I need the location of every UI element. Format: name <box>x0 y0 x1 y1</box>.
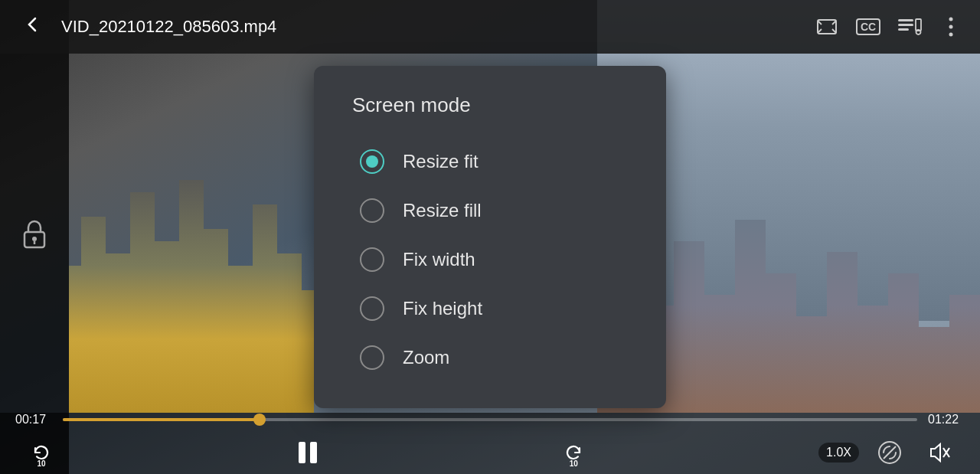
modal-options: Resize fit Resize fill Fix width Fix hei… <box>352 139 620 381</box>
label-fix-width: Fix width <box>403 249 475 270</box>
radio-fix-width <box>360 247 384 272</box>
option-resize-fit[interactable]: Resize fit <box>352 139 620 185</box>
option-resize-fill[interactable]: Resize fill <box>352 188 620 234</box>
option-fix-height[interactable]: Fix height <box>352 286 620 332</box>
label-resize-fit: Resize fit <box>403 151 479 172</box>
modal-backdrop: Screen mode Resize fit Resize fill Fix w… <box>0 0 980 474</box>
radio-zoom <box>360 345 384 370</box>
label-zoom: Zoom <box>403 347 449 368</box>
radio-fix-height <box>360 296 384 321</box>
label-resize-fill: Resize fill <box>403 200 482 221</box>
option-zoom[interactable]: Zoom <box>352 335 620 381</box>
radio-resize-fill <box>360 198 384 223</box>
modal-title: Screen mode <box>352 93 620 117</box>
option-fix-width[interactable]: Fix width <box>352 237 620 283</box>
screen-mode-modal: Screen mode Resize fit Resize fill Fix w… <box>314 66 666 408</box>
radio-resize-fit <box>360 149 384 174</box>
label-fix-height: Fix height <box>403 298 482 319</box>
